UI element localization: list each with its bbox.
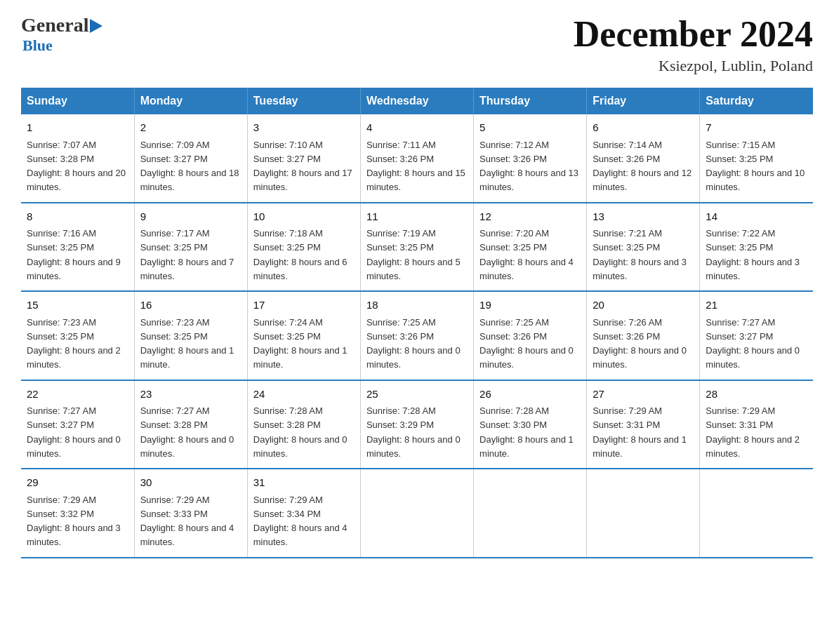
- calendar-title: December 2024: [574, 14, 813, 54]
- calendar-cell: 2 Sunrise: 7:09 AMSunset: 3:27 PMDayligh…: [134, 114, 247, 203]
- day-number: 1: [27, 120, 128, 136]
- calendar-cell: 14 Sunrise: 7:22 AMSunset: 3:25 PMDaylig…: [700, 203, 813, 292]
- day-info: Sunrise: 7:29 AMSunset: 3:31 PMDaylight:…: [593, 405, 687, 459]
- day-number: 4: [366, 120, 468, 136]
- calendar-cell: 8 Sunrise: 7:16 AMSunset: 3:25 PMDayligh…: [21, 203, 134, 292]
- header-monday: Monday: [134, 88, 247, 114]
- header-friday: Friday: [587, 88, 700, 114]
- week-row-5: 29 Sunrise: 7:29 AMSunset: 3:32 PMDaylig…: [21, 469, 813, 558]
- title-block: December 2024 Ksiezpol, Lublin, Poland: [574, 14, 813, 75]
- day-number: 25: [366, 387, 468, 403]
- calendar-cell: 21 Sunrise: 7:27 AMSunset: 3:27 PMDaylig…: [700, 291, 813, 380]
- day-number: 24: [253, 387, 355, 403]
- calendar-cell: 1 Sunrise: 7:07 AMSunset: 3:28 PMDayligh…: [21, 114, 134, 203]
- calendar-cell: 22 Sunrise: 7:27 AMSunset: 3:27 PMDaylig…: [21, 380, 134, 469]
- day-info: Sunrise: 7:07 AMSunset: 3:28 PMDaylight:…: [27, 140, 126, 193]
- calendar-cell: 19 Sunrise: 7:25 AMSunset: 3:26 PMDaylig…: [474, 291, 587, 380]
- day-info: Sunrise: 7:15 AMSunset: 3:25 PMDaylight:…: [706, 140, 805, 193]
- week-row-4: 22 Sunrise: 7:27 AMSunset: 3:27 PMDaylig…: [21, 380, 813, 469]
- day-number: 3: [253, 120, 355, 136]
- calendar-cell: 16 Sunrise: 7:23 AMSunset: 3:25 PMDaylig…: [134, 291, 247, 380]
- day-info: Sunrise: 7:23 AMSunset: 3:25 PMDaylight:…: [140, 317, 234, 370]
- day-info: Sunrise: 7:29 AMSunset: 3:33 PMDaylight:…: [140, 495, 234, 548]
- calendar-cell: 17 Sunrise: 7:24 AMSunset: 3:25 PMDaylig…: [247, 291, 360, 380]
- day-info: Sunrise: 7:25 AMSunset: 3:26 PMDaylight:…: [479, 317, 574, 370]
- header-tuesday: Tuesday: [247, 88, 360, 114]
- calendar-cell: 7 Sunrise: 7:15 AMSunset: 3:25 PMDayligh…: [700, 114, 813, 203]
- day-info: Sunrise: 7:16 AMSunset: 3:25 PMDaylight:…: [27, 228, 121, 281]
- day-info: Sunrise: 7:28 AMSunset: 3:29 PMDaylight:…: [366, 405, 461, 459]
- day-info: Sunrise: 7:27 AMSunset: 3:27 PMDaylight:…: [27, 405, 121, 459]
- calendar-cell: 5 Sunrise: 7:12 AMSunset: 3:26 PMDayligh…: [474, 114, 587, 203]
- day-number: 22: [27, 387, 128, 403]
- day-info: Sunrise: 7:24 AMSunset: 3:25 PMDaylight:…: [253, 317, 348, 370]
- calendar-cell: 18 Sunrise: 7:25 AMSunset: 3:26 PMDaylig…: [360, 291, 473, 380]
- day-info: Sunrise: 7:21 AMSunset: 3:25 PMDaylight:…: [593, 228, 687, 281]
- day-number: 13: [593, 209, 694, 225]
- day-number: 11: [366, 209, 468, 225]
- header-thursday: Thursday: [474, 88, 587, 114]
- calendar-cell: [360, 469, 473, 558]
- header-saturday: Saturday: [700, 88, 813, 114]
- calendar-cell: 28 Sunrise: 7:29 AMSunset: 3:31 PMDaylig…: [700, 380, 813, 469]
- calendar-cell: 3 Sunrise: 7:10 AMSunset: 3:27 PMDayligh…: [247, 114, 360, 203]
- day-number: 23: [140, 387, 241, 403]
- weekday-header-row: Sunday Monday Tuesday Wednesday Thursday…: [21, 88, 813, 114]
- day-info: Sunrise: 7:10 AMSunset: 3:27 PMDaylight:…: [253, 140, 352, 193]
- logo-general: General: [21, 14, 88, 36]
- day-number: 20: [593, 297, 694, 314]
- calendar-cell: 6 Sunrise: 7:14 AMSunset: 3:26 PMDayligh…: [587, 114, 700, 203]
- day-number: 15: [27, 297, 128, 314]
- day-info: Sunrise: 7:09 AMSunset: 3:27 PMDaylight:…: [140, 140, 239, 193]
- day-number: 12: [479, 209, 581, 225]
- calendar-cell: 13 Sunrise: 7:21 AMSunset: 3:25 PMDaylig…: [587, 203, 700, 292]
- day-number: 31: [253, 475, 355, 491]
- page-header: General Blue December 2024 Ksiezpol, Lub…: [21, 14, 813, 75]
- day-info: Sunrise: 7:19 AMSunset: 3:25 PMDaylight:…: [366, 228, 461, 281]
- day-info: Sunrise: 7:17 AMSunset: 3:25 PMDaylight:…: [140, 228, 234, 281]
- day-info: Sunrise: 7:23 AMSunset: 3:25 PMDaylight:…: [27, 317, 121, 370]
- day-info: Sunrise: 7:28 AMSunset: 3:30 PMDaylight:…: [479, 405, 574, 459]
- day-info: Sunrise: 7:25 AMSunset: 3:26 PMDaylight:…: [366, 317, 461, 370]
- calendar-cell: 12 Sunrise: 7:20 AMSunset: 3:25 PMDaylig…: [474, 203, 587, 292]
- day-number: 19: [479, 297, 581, 314]
- header-wednesday: Wednesday: [360, 88, 473, 114]
- calendar-cell: [700, 469, 813, 558]
- calendar-cell: [474, 469, 587, 558]
- day-number: 21: [706, 297, 807, 314]
- logo-arrow-icon: [90, 19, 102, 33]
- day-info: Sunrise: 7:26 AMSunset: 3:26 PMDaylight:…: [593, 317, 687, 370]
- calendar-cell: 15 Sunrise: 7:23 AMSunset: 3:25 PMDaylig…: [21, 291, 134, 380]
- day-info: Sunrise: 7:20 AMSunset: 3:25 PMDaylight:…: [479, 228, 574, 281]
- calendar-cell: 9 Sunrise: 7:17 AMSunset: 3:25 PMDayligh…: [134, 203, 247, 292]
- calendar-cell: 27 Sunrise: 7:29 AMSunset: 3:31 PMDaylig…: [587, 380, 700, 469]
- calendar-subtitle: Ksiezpol, Lublin, Poland: [574, 57, 813, 75]
- day-number: 18: [366, 297, 468, 314]
- calendar-cell: 24 Sunrise: 7:28 AMSunset: 3:28 PMDaylig…: [247, 380, 360, 469]
- day-number: 16: [140, 297, 241, 314]
- day-number: 2: [140, 120, 241, 136]
- day-info: Sunrise: 7:29 AMSunset: 3:32 PMDaylight:…: [27, 495, 121, 548]
- logo: General Blue: [21, 14, 102, 55]
- calendar-cell: 10 Sunrise: 7:18 AMSunset: 3:25 PMDaylig…: [247, 203, 360, 292]
- svg-marker-0: [90, 19, 102, 33]
- day-number: 9: [140, 209, 241, 225]
- calendar-cell: [587, 469, 700, 558]
- calendar-cell: 25 Sunrise: 7:28 AMSunset: 3:29 PMDaylig…: [360, 380, 473, 469]
- calendar-cell: 23 Sunrise: 7:27 AMSunset: 3:28 PMDaylig…: [134, 380, 247, 469]
- day-number: 14: [706, 209, 807, 225]
- day-number: 29: [27, 475, 128, 491]
- week-row-3: 15 Sunrise: 7:23 AMSunset: 3:25 PMDaylig…: [21, 291, 813, 380]
- day-number: 6: [593, 120, 694, 136]
- day-info: Sunrise: 7:29 AMSunset: 3:34 PMDaylight:…: [253, 495, 348, 548]
- day-number: 28: [706, 387, 807, 403]
- day-number: 8: [27, 209, 128, 225]
- day-info: Sunrise: 7:28 AMSunset: 3:28 PMDaylight:…: [253, 405, 348, 459]
- calendar-cell: 11 Sunrise: 7:19 AMSunset: 3:25 PMDaylig…: [360, 203, 473, 292]
- day-number: 17: [253, 297, 355, 314]
- calendar-cell: 30 Sunrise: 7:29 AMSunset: 3:33 PMDaylig…: [134, 469, 247, 558]
- calendar-cell: 31 Sunrise: 7:29 AMSunset: 3:34 PMDaylig…: [247, 469, 360, 558]
- day-info: Sunrise: 7:27 AMSunset: 3:27 PMDaylight:…: [706, 317, 800, 370]
- calendar-cell: 4 Sunrise: 7:11 AMSunset: 3:26 PMDayligh…: [360, 114, 473, 203]
- day-info: Sunrise: 7:12 AMSunset: 3:26 PMDaylight:…: [479, 140, 578, 193]
